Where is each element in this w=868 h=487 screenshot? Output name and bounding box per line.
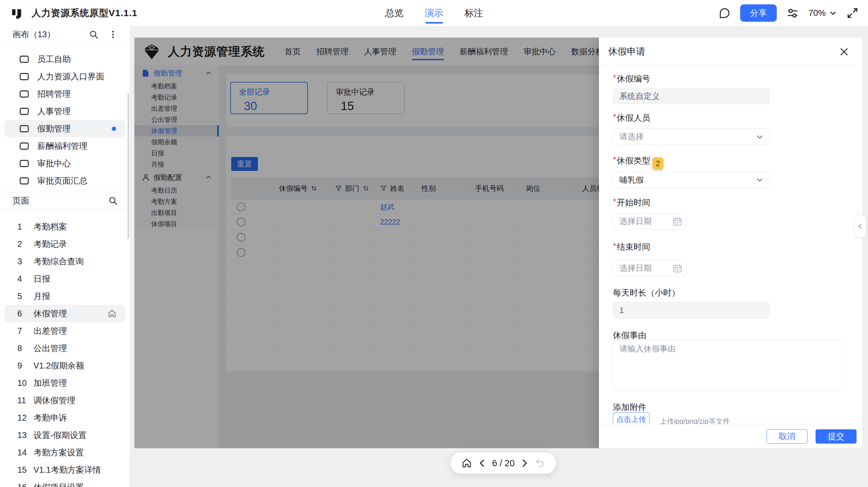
daily-hours-input[interactable]: 1 <box>613 302 770 319</box>
label-text: 休假编号 <box>617 73 650 85</box>
page-item-number: 5 <box>18 292 33 301</box>
tab-overview[interactable]: 总览 <box>385 0 404 26</box>
canvas-item[interactable]: 招聘管理 <box>4 85 125 103</box>
sidebar-scrollbar[interactable] <box>128 93 129 239</box>
page-item-number: 2 <box>18 239 33 249</box>
label-text: 开始时间 <box>617 197 650 208</box>
close-icon[interactable] <box>839 46 850 57</box>
person-placeholder: 请选择 <box>619 131 644 142</box>
type-select[interactable]: 哺乳假 <box>613 172 770 188</box>
label-text: 每天时长（小时） <box>613 287 680 298</box>
required-mark: * <box>613 155 616 165</box>
label-text: 休假类型 <box>617 155 650 166</box>
page-item-number: 4 <box>18 274 33 284</box>
tab-annotate[interactable]: 标注 <box>465 0 483 26</box>
cancel-button[interactable]: 取消 <box>767 429 807 444</box>
page-item[interactable]: 9V1.2假期余额 <box>4 357 125 375</box>
canvas-item[interactable]: 审批中心 <box>4 155 125 172</box>
leave-no-input[interactable]: 系统自定义 <box>613 88 770 104</box>
page-item[interactable]: 15V1.1考勤方案详情 <box>4 461 125 479</box>
top-bar-actions: 分享 70% <box>718 0 859 26</box>
page-item[interactable]: 13设置-假期设置 <box>4 426 125 444</box>
prev-page-icon[interactable] <box>477 458 487 468</box>
page-item-number: 1 <box>18 222 33 232</box>
page-item-label: 日报 <box>33 273 50 285</box>
page-item[interactable]: 7出差管理 <box>4 322 125 340</box>
page-item[interactable]: 11调休假管理 <box>4 392 125 409</box>
field-label-person: * 休假人员 <box>613 112 650 124</box>
canvas-panel-icons <box>89 29 118 39</box>
page-item[interactable]: 4日报 <box>4 270 125 288</box>
page-item-label: 调休假管理 <box>33 395 75 406</box>
page-item[interactable]: 8公出管理 <box>4 340 125 357</box>
page-item[interactable]: 14考勤方案设置 <box>4 444 125 461</box>
page-item-label: 考勤方案设置 <box>33 447 84 458</box>
frame-icon <box>19 176 29 186</box>
zoom-level: 70% <box>808 8 826 18</box>
chat-icon[interactable] <box>718 6 731 20</box>
end-date-placeholder: 选择日期 <box>619 263 652 273</box>
start-date-input[interactable]: 选择日期 <box>613 213 686 230</box>
pages-panel-header: 页面 <box>0 192 130 209</box>
chevron-down-icon <box>756 133 764 141</box>
comment-badge[interactable]: 2 <box>652 157 663 170</box>
page-item-number: 8 <box>18 344 33 353</box>
canvas-item[interactable]: 人力资源入口界面 <box>4 68 125 85</box>
drawer-footer: 取消 提交 <box>599 424 862 448</box>
page-item-label: V1.2假期余额 <box>33 360 85 371</box>
share-button[interactable]: 分享 <box>740 4 777 22</box>
label-text: 结束时间 <box>617 241 650 253</box>
page-item-label: 休假项目设置 <box>33 482 84 487</box>
pages-panel-title: 页面 <box>12 195 29 206</box>
tab-present[interactable]: 演示 <box>425 0 443 26</box>
page-item[interactable]: 3考勤综合查询 <box>4 253 125 270</box>
settings-icon[interactable] <box>786 6 799 20</box>
page-item-number: 3 <box>18 257 33 266</box>
kebab-icon[interactable] <box>108 29 118 39</box>
search-icon[interactable] <box>89 29 99 39</box>
top-bar: 人力资源系统原型V1.1.1 总览 演示 标注 分享 70% <box>0 0 868 26</box>
fullscreen-icon[interactable] <box>846 7 859 19</box>
person-select[interactable]: 请选择 <box>613 128 770 145</box>
panel-collapse-handle[interactable] <box>854 214 866 238</box>
frame-icon <box>19 89 29 99</box>
page-item[interactable]: 10加班管理 <box>4 375 125 392</box>
page-item-label: V1.1考勤方案详情 <box>33 464 101 476</box>
start-date-placeholder: 选择日期 <box>619 216 652 227</box>
presentation-canvas: 人力资源管理系统 首页招聘管理人事管理假勤管理薪酬福利管理审批中心数据分析设置 … <box>134 37 862 448</box>
next-page-icon[interactable] <box>520 458 529 468</box>
daily-hours-value: 1 <box>619 305 624 315</box>
canvas-item[interactable]: 员工自助 <box>4 51 125 68</box>
reason-textarea[interactable]: 请输入休假事由 <box>613 339 846 390</box>
end-date-input[interactable]: 选择日期 <box>613 260 686 277</box>
mode-tabs: 总览 演示 标注 <box>385 0 483 26</box>
submit-button[interactable]: 提交 <box>815 429 857 444</box>
page-item[interactable]: 16休假项目设置 <box>4 479 125 487</box>
search-icon[interactable] <box>108 196 118 206</box>
undo-icon[interactable] <box>534 458 546 469</box>
pages-panel-icons <box>108 196 118 206</box>
page-item[interactable]: 6休假管理 <box>4 305 125 322</box>
frame-icon <box>19 107 29 116</box>
canvas-item[interactable]: 审批页面汇总 <box>4 172 125 190</box>
canvas-item-label: 审批页面汇总 <box>37 175 88 187</box>
page-item-number: 6 <box>18 309 33 319</box>
home-icon[interactable] <box>461 458 472 469</box>
frame-icon <box>19 72 29 81</box>
page-item[interactable]: 12考勤申诉 <box>4 409 125 426</box>
canvas-item[interactable]: 人事管理 <box>4 103 125 120</box>
page-item[interactable]: 2考勤记录 <box>4 235 125 253</box>
canvas-item[interactable]: 薪酬福利管理 <box>4 137 125 155</box>
left-sidebar: 画布（13） 员工自助人力资源入口界面招聘管理人事管理假勤管理薪酬福利管理审批中… <box>0 26 130 487</box>
reason-placeholder: 请输入休假事由 <box>619 344 676 354</box>
drawer-header: 休假申请 <box>599 37 862 66</box>
page-item[interactable]: 5月报 <box>4 288 125 305</box>
document-title: 人力资源系统原型V1.1.1 <box>32 7 137 20</box>
zoom-control[interactable]: 70% <box>808 8 837 18</box>
canvas-item[interactable]: 假勤管理 <box>4 120 125 137</box>
page-item[interactable]: 1考勤档案 <box>4 218 125 235</box>
app-logo-icon <box>10 6 24 20</box>
canvas-item-label: 人力资源入口界面 <box>37 71 104 82</box>
required-mark: * <box>613 197 616 206</box>
home-icon <box>107 309 117 318</box>
